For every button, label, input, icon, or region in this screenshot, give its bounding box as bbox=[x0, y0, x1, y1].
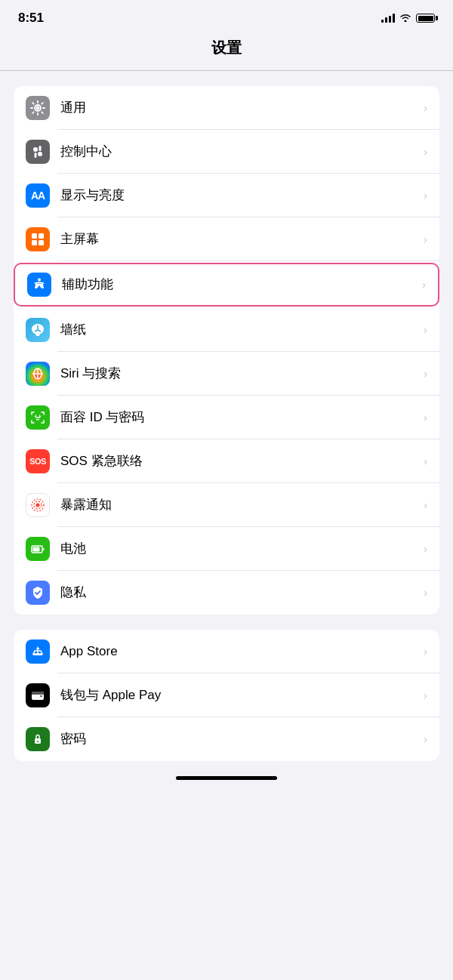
battery-chevron: › bbox=[424, 542, 427, 555]
home-icon bbox=[26, 227, 50, 251]
wallet-chevron: › bbox=[424, 689, 427, 701]
faceid-label: 面容 ID 与密码 bbox=[60, 408, 421, 426]
control-label: 控制中心 bbox=[60, 143, 421, 160]
settings-row-exposure[interactable]: 暴露通知 › bbox=[14, 483, 439, 527]
privacy-label: 隐私 bbox=[60, 584, 421, 601]
settings-row-privacy[interactable]: 隐私 › bbox=[14, 571, 439, 615]
control-icon bbox=[26, 140, 50, 164]
wifi-icon bbox=[399, 11, 411, 25]
settings-row-password[interactable]: 密码 › bbox=[14, 717, 439, 761]
settings-row-home[interactable]: 主屏幕 › bbox=[14, 217, 439, 261]
password-label: 密码 bbox=[60, 730, 421, 747]
svg-rect-28 bbox=[40, 695, 42, 697]
svg-point-19 bbox=[36, 503, 40, 507]
privacy-chevron: › bbox=[424, 586, 427, 599]
wallet-icon bbox=[26, 683, 50, 707]
settings-row-general[interactable]: 通用 › bbox=[14, 86, 439, 130]
appstore-label: App Store bbox=[60, 644, 421, 659]
svg-rect-24 bbox=[42, 548, 45, 550]
signal-icon bbox=[381, 14, 395, 23]
settings-row-siri[interactable]: Siri 与搜索 › bbox=[14, 352, 439, 396]
svg-point-10 bbox=[38, 278, 41, 281]
sos-chevron: › bbox=[424, 455, 427, 467]
settings-row-appstore[interactable]: App Store › bbox=[14, 630, 439, 673]
display-icon: AA bbox=[26, 183, 50, 208]
accessibility-icon bbox=[27, 273, 51, 297]
faceid-chevron: › bbox=[424, 411, 427, 424]
siri-icon bbox=[26, 362, 50, 386]
exposure-label: 暴露通知 bbox=[60, 496, 421, 513]
sos-icon: SOS bbox=[26, 449, 50, 473]
general-label: 通用 bbox=[60, 99, 421, 116]
settings-row-wallet[interactable]: 钱包与 Apple Pay › bbox=[14, 673, 439, 717]
accessibility-label: 辅助功能 bbox=[62, 276, 419, 293]
home-chevron: › bbox=[424, 233, 427, 245]
settings-row-display[interactable]: AA 显示与亮度 › bbox=[14, 174, 439, 217]
battery-icon bbox=[416, 14, 435, 23]
section-main: 通用 › 控制中心 › AA 显示与亮度 › bbox=[14, 86, 439, 615]
home-indicator bbox=[176, 776, 277, 780]
svg-rect-8 bbox=[32, 240, 37, 245]
exposure-chevron: › bbox=[424, 498, 427, 511]
home-label: 主屏幕 bbox=[60, 230, 421, 248]
page-title: 设置 bbox=[0, 32, 453, 70]
svg-point-2 bbox=[33, 147, 38, 152]
appstore-icon bbox=[26, 639, 50, 664]
svg-rect-5 bbox=[35, 153, 37, 158]
settings-row-battery[interactable]: 电池 › bbox=[14, 527, 439, 571]
status-time: 8:51 bbox=[18, 11, 44, 26]
settings-row-wallpaper[interactable]: 墙纸 › bbox=[14, 308, 439, 352]
display-label: 显示与亮度 bbox=[60, 186, 421, 204]
wallet-label: 钱包与 Apple Pay bbox=[60, 686, 421, 704]
privacy-icon bbox=[26, 581, 50, 605]
general-icon bbox=[26, 96, 50, 120]
wallpaper-icon bbox=[26, 318, 50, 342]
svg-rect-6 bbox=[32, 233, 37, 239]
password-icon bbox=[26, 727, 50, 751]
settings-row-faceid[interactable]: 面容 ID 与密码 › bbox=[14, 396, 439, 439]
status-bar: 8:51 bbox=[0, 0, 453, 32]
battery-label: 电池 bbox=[60, 540, 421, 557]
exposure-icon bbox=[26, 493, 50, 517]
battery-row-icon bbox=[26, 537, 50, 561]
svg-rect-27 bbox=[32, 692, 44, 695]
title-divider bbox=[0, 70, 453, 71]
svg-point-0 bbox=[36, 106, 40, 109]
sos-label: SOS 紧急联络 bbox=[60, 452, 421, 470]
svg-rect-9 bbox=[39, 240, 44, 245]
svg-rect-4 bbox=[39, 146, 42, 151]
control-chevron: › bbox=[424, 145, 427, 158]
siri-label: Siri 与搜索 bbox=[60, 365, 421, 382]
settings-row-control[interactable]: 控制中心 › bbox=[14, 130, 439, 174]
wallpaper-chevron: › bbox=[424, 323, 427, 336]
settings-row-accessibility[interactable]: 辅助功能 › bbox=[14, 263, 439, 307]
accessibility-chevron: › bbox=[422, 278, 426, 291]
password-chevron: › bbox=[424, 732, 427, 745]
svg-rect-7 bbox=[39, 233, 44, 239]
wallpaper-label: 墙纸 bbox=[60, 321, 421, 338]
svg-point-3 bbox=[38, 152, 42, 156]
general-chevron: › bbox=[424, 101, 427, 114]
faceid-icon bbox=[26, 405, 50, 430]
status-icons bbox=[381, 11, 435, 25]
display-chevron: › bbox=[424, 189, 427, 202]
section-apps: App Store › 钱包与 Apple Pay › 密码 › bbox=[14, 630, 439, 761]
appstore-chevron: › bbox=[424, 645, 427, 658]
siri-chevron: › bbox=[424, 367, 427, 380]
settings-row-sos[interactable]: SOS SOS 紧急联络 › bbox=[14, 439, 439, 483]
svg-rect-23 bbox=[33, 547, 40, 551]
svg-point-30 bbox=[37, 741, 39, 742]
